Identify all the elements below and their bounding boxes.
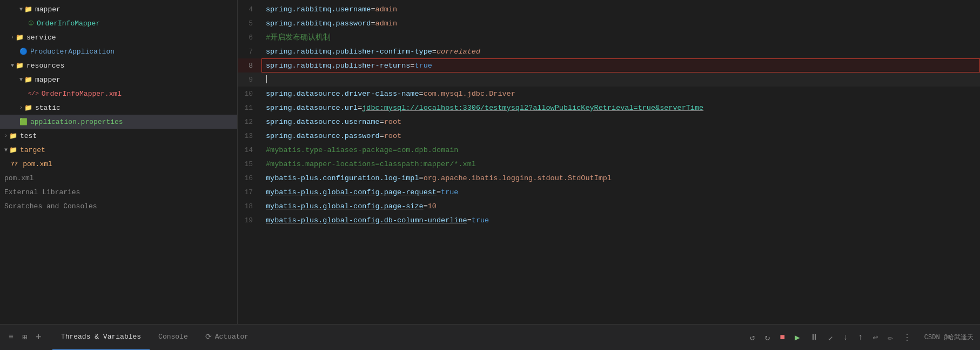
tab-threads-variables[interactable]: Threads & Variables: [52, 325, 150, 351]
line-number: 16: [238, 174, 261, 182]
folder-icon: 📁: [16, 34, 24, 42]
sidebar-item-scratches[interactable]: Scratches and Consoles: [0, 199, 237, 213]
code-line-12: 12 spring.datasource.username=root: [238, 115, 980, 129]
line-content: spring.datasource.password=root: [261, 132, 980, 140]
prop-icon: 🟩: [19, 118, 28, 126]
line-content: spring.datasource.driver-class-name=com.…: [261, 90, 980, 98]
line-content: spring.rabbitmq.password=admin: [261, 19, 980, 28]
line-content: spring.datasource.username=root: [261, 118, 980, 126]
pause-btn[interactable]: ⏸: [808, 330, 821, 345]
line-number: 12: [238, 118, 261, 126]
sidebar-item-label: OrderInfoMapper.xml: [42, 90, 122, 98]
sidebar-item-orderinfomapperxml[interactable]: </> OrderInfoMapper.xml: [0, 87, 237, 101]
chevron-icon: ▼: [4, 147, 8, 153]
line-content: #mybatis.type-aliases-package=com.dpb.do…: [261, 146, 980, 154]
layout-icon[interactable]: ⊞: [20, 330, 29, 345]
sidebar-item-orderinfomapper[interactable]: ① OrderInfoMapper: [0, 16, 237, 30]
stop-btn[interactable]: ■: [777, 331, 787, 345]
rerun-btn[interactable]: ↩: [871, 330, 881, 345]
refresh-left-btn[interactable]: ↺: [748, 330, 757, 345]
code-line-8: 8 spring.rabbitmq.publisher-returns=true: [238, 58, 980, 72]
line-content: spring.rabbitmq.publisher-confirm-type=c…: [261, 48, 980, 56]
sidebar-item-producterapp[interactable]: 🔵 ProducterApplication: [0, 44, 237, 58]
sidebar-item-pom-inner[interactable]: 77 pom.xml: [0, 157, 237, 171]
more-btn[interactable]: ⋮: [901, 330, 914, 345]
step-up-btn[interactable]: ↑: [856, 331, 865, 345]
pom-icon: 77: [11, 161, 18, 167]
bottom-left-icons: ≡ ⊞ +: [6, 330, 52, 345]
sidebar: ▼ 📁 mapper ① OrderInfoMapper › 📁 service…: [0, 0, 238, 324]
code-line-14: 14 #mybatis.type-aliases-package=com.dpb…: [238, 143, 980, 157]
code-area[interactable]: 4 spring.rabbitmq.username=admin 5 sprin…: [238, 0, 980, 324]
line-number: 10: [238, 90, 261, 98]
code-line-18: 18 mybatis-plus.global-config.page-size=…: [238, 199, 980, 213]
sidebar-item-static[interactable]: › 📁 static: [0, 101, 237, 115]
sidebar-item-resources[interactable]: ▼ 📁 resources: [0, 58, 237, 72]
sidebar-item-label: External Libraries: [4, 188, 80, 196]
code-line-17: 17 mybatis-plus.global-config.page-reque…: [238, 185, 980, 199]
sidebar-item-pom-outer[interactable]: pom.xml: [0, 171, 237, 185]
line-number: 19: [238, 216, 261, 224]
line-number: 11: [238, 104, 261, 112]
edit-btn[interactable]: ✏: [885, 330, 895, 345]
sidebar-item-label: ProducterApplication: [30, 48, 115, 56]
bottom-bar: ≡ ⊞ + Threads & Variables Console ⟳ Actu…: [0, 324, 980, 350]
step-out-btn[interactable]: ↙: [826, 330, 836, 345]
tab-console[interactable]: Console: [150, 325, 197, 351]
code-line-10: 10 spring.datasource.driver-class-name=c…: [238, 87, 980, 101]
filter-icon[interactable]: ≡: [6, 331, 16, 344]
line-number: 5: [238, 19, 261, 28]
line-number: 15: [238, 160, 261, 168]
sidebar-item-label: application.properties: [30, 118, 123, 126]
sidebar-item-mapper[interactable]: ▼ 📁 mapper: [0, 2, 237, 16]
play-btn[interactable]: ▶: [793, 330, 802, 345]
sidebar-item-label: pom.xml: [23, 160, 52, 168]
bottom-controls: ↺ ↻ ■ ▶ ⏸ ↙ ↓ ↑ ↩ ✏ ⋮: [748, 330, 914, 345]
refresh-right-btn[interactable]: ↻: [763, 330, 773, 345]
step-down-btn[interactable]: ↓: [841, 331, 850, 345]
line-content: spring.rabbitmq.publisher-returns=true: [261, 62, 980, 70]
code-line-4: 4 spring.rabbitmq.username=admin: [238, 2, 980, 16]
code-line-16: 16 mybatis-plus.configuration.log-impl=o…: [238, 171, 980, 185]
line-content: mybatis-plus.global-config.page-size=10: [261, 202, 980, 210]
line-content: [261, 75, 980, 83]
add-icon[interactable]: +: [33, 330, 44, 345]
sidebar-item-test[interactable]: › 📁 test: [0, 129, 237, 143]
class-icon: ①: [28, 19, 34, 28]
line-number: 9: [238, 76, 261, 84]
tab-actuator[interactable]: ⟳ Actuator: [197, 325, 257, 351]
sidebar-item-external-libs[interactable]: External Libraries: [0, 185, 237, 199]
sidebar-item-label: mapper: [35, 5, 61, 14]
code-line-13: 13 spring.datasource.password=root: [238, 129, 980, 143]
folder-icon: 📁: [24, 76, 32, 84]
chevron-icon: ▼: [19, 77, 23, 83]
line-number: 14: [238, 146, 261, 154]
code-line-7: 7 spring.rabbitmq.publisher-confirm-type…: [238, 44, 980, 58]
chevron-icon: ▼: [11, 63, 14, 69]
sidebar-item-mapper2[interactable]: ▼ 📁 mapper: [0, 72, 237, 87]
line-number: 18: [238, 202, 261, 210]
sidebar-item-application-properties[interactable]: 🟩 application.properties: [0, 115, 237, 129]
line-number: 17: [238, 188, 261, 196]
code-line-5: 5 spring.rabbitmq.password=admin: [238, 16, 980, 30]
csdn-label: CSDN @哈武逢天: [924, 333, 974, 342]
sidebar-item-service[interactable]: › 📁 service: [0, 30, 237, 44]
code-line-9: 9: [238, 72, 980, 87]
sidebar-item-label: OrderInfoMapper: [37, 19, 100, 28]
tab-label: Actuator: [215, 333, 249, 341]
actuator-icon: ⟳: [205, 332, 212, 341]
line-number: 7: [238, 48, 261, 56]
chevron-icon: ▼: [19, 6, 23, 12]
code-line-15: 15 #mybatis.mapper-locations=classpath:m…: [238, 157, 980, 171]
code-line-19: 19 mybatis-plus.global-config.db-column-…: [238, 213, 980, 227]
sidebar-item-label: resources: [26, 62, 64, 70]
sidebar-item-target[interactable]: ▼ 📁 target: [0, 143, 237, 157]
line-number: 6: [238, 34, 261, 42]
tab-label: Console: [158, 333, 188, 341]
chevron-icon: ›: [11, 35, 14, 41]
sidebar-item-label: target: [20, 146, 45, 154]
cursor: [266, 75, 267, 83]
folder-icon: 📁: [9, 132, 17, 140]
main-area: ▼ 📁 mapper ① OrderInfoMapper › 📁 service…: [0, 0, 980, 324]
line-content: mybatis-plus.global-config.page-request=…: [261, 188, 980, 196]
